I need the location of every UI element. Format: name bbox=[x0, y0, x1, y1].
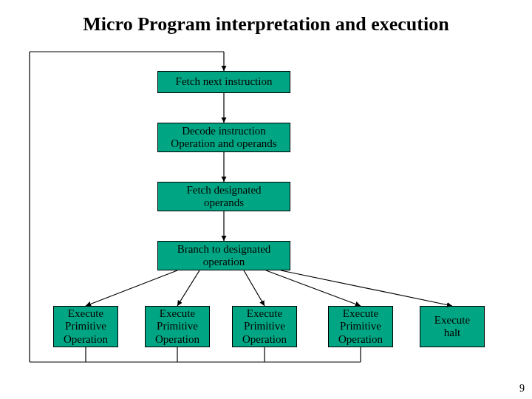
svg-line-4 bbox=[177, 270, 200, 306]
svg-line-6 bbox=[266, 270, 361, 306]
svg-line-5 bbox=[244, 270, 265, 306]
svg-line-7 bbox=[281, 270, 452, 306]
page-number: 9 bbox=[519, 383, 525, 395]
svg-line-3 bbox=[86, 270, 177, 306]
diagram-connectors bbox=[0, 0, 532, 399]
diagram-canvas: Micro Program interpretation and executi… bbox=[0, 0, 532, 399]
